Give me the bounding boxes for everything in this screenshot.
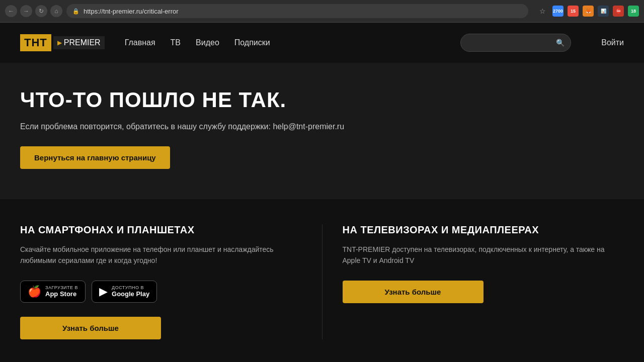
tv-section-text: TNT-PREMIER доступен на телевизорах, под…: [343, 244, 624, 266]
footer-section: НА СМАРТФОНАХ И ПЛАНШЕТАХ Скачайте мобил…: [0, 199, 644, 362]
mobile-learn-more-button[interactable]: Узнать больше: [20, 317, 161, 339]
browser-actions: ☆ 2700 15 🦊 📊 ⛔ 18: [536, 5, 639, 17]
search-input[interactable]: [467, 39, 552, 47]
login-button[interactable]: Войти: [601, 38, 624, 47]
nav-subscriptions[interactable]: Подписки: [234, 38, 270, 47]
back-to-home-button[interactable]: Вернуться на главную страницу: [20, 146, 170, 169]
browser-chrome: ← → ↻ ⌂ 🔒 https://tnt-premier.ru/critica…: [0, 0, 644, 23]
bookmark-button[interactable]: ☆: [536, 5, 548, 17]
ext-icon-6[interactable]: 18: [628, 6, 639, 17]
url-text: https://tnt-premier.ru/critical-error: [84, 8, 179, 15]
mobile-section: НА СМАРТФОНАХ И ПЛАНШЕТАХ Скачайте мобил…: [20, 224, 322, 339]
nav: Главная ТВ Видео Подписки: [125, 38, 441, 47]
back-button[interactable]: ←: [5, 5, 17, 17]
site-header: ТНТ ▶ PREMIER Главная ТВ Видео Подписки …: [0, 23, 644, 63]
nav-tv[interactable]: ТВ: [171, 38, 181, 47]
site-wrapper: ТНТ ▶ PREMIER Главная ТВ Видео Подписки …: [0, 23, 644, 362]
forward-button[interactable]: →: [20, 5, 32, 17]
play-icon: ▶: [57, 39, 62, 46]
app-store-name: App Store: [45, 290, 78, 298]
lock-icon: 🔒: [72, 8, 79, 15]
ext-icon-1[interactable]: 2700: [552, 6, 564, 17]
app-store-sub: Загрузите в: [45, 285, 78, 290]
refresh-button[interactable]: ↻: [35, 5, 47, 17]
ext-icon-3[interactable]: 🦊: [583, 6, 594, 17]
tv-section-title: НА ТЕЛЕВИЗОРАХ И МЕДИАПЛЕЕРАХ: [343, 224, 624, 236]
nav-video[interactable]: Видео: [196, 38, 219, 47]
error-section: ЧТО-ТО ПОШЛО НЕ ТАК. Если проблема повто…: [0, 63, 644, 199]
store-badges: 🍎 Загрузите в App Store ▶ Доступно в Goo…: [20, 281, 302, 303]
google-play-badge[interactable]: ▶ Доступно в Google Play: [92, 281, 157, 303]
tv-section: НА ТЕЛЕВИЗОРАХ И МЕДИАПЛЕЕРАХ TNT-PREMIE…: [322, 224, 624, 339]
google-play-sub: Доступно в: [112, 285, 149, 290]
apple-icon: 🍎: [28, 285, 41, 298]
logo[interactable]: ТНТ ▶ PREMIER: [20, 34, 105, 51]
logo-premier: ▶ PREMIER: [53, 36, 105, 49]
error-subtitle: Если проблема повторится, обратитесь в н…: [20, 122, 624, 131]
ext-icon-2[interactable]: 15: [568, 6, 579, 17]
mobile-section-text: Скачайте мобильное приложение на телефон…: [20, 244, 302, 266]
ext-icon-5[interactable]: ⛔: [613, 6, 624, 17]
tv-learn-more-button[interactable]: Узнать больше: [343, 281, 484, 303]
nav-home[interactable]: Главная: [125, 38, 155, 47]
address-bar[interactable]: 🔒 https://tnt-premier.ru/critical-error: [66, 4, 528, 18]
browser-controls: ← → ↻ ⌂: [5, 5, 62, 17]
mobile-section-title: НА СМАРТФОНАХ И ПЛАНШЕТАХ: [20, 224, 302, 236]
search-icon: 🔍: [556, 39, 565, 47]
ext-icon-4[interactable]: 📊: [598, 6, 609, 17]
search-bar[interactable]: 🔍: [460, 34, 571, 52]
home-button[interactable]: ⌂: [50, 5, 62, 17]
google-play-name: Google Play: [112, 290, 149, 298]
error-title: ЧТО-ТО ПОШЛО НЕ ТАК.: [20, 88, 624, 112]
google-play-icon: ▶: [99, 285, 108, 298]
app-store-badge[interactable]: 🍎 Загрузите в App Store: [20, 281, 86, 303]
logo-tnt: ТНТ: [20, 34, 51, 51]
